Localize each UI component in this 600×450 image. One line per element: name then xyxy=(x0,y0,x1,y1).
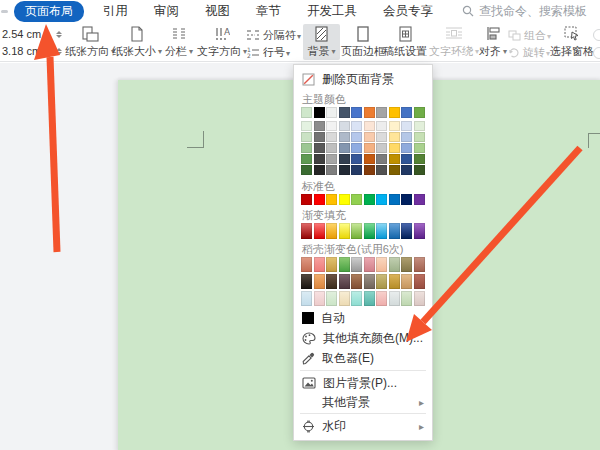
color-swatch[interactable] xyxy=(389,165,400,175)
color-swatch[interactable] xyxy=(414,107,425,118)
color-swatch[interactable] xyxy=(364,274,375,289)
color-swatch[interactable] xyxy=(389,194,400,205)
color-swatch[interactable] xyxy=(401,274,412,289)
color-swatch[interactable] xyxy=(326,223,337,239)
tab-section[interactable]: 章节 xyxy=(243,1,294,22)
color-swatch[interactable] xyxy=(376,121,387,131)
color-swatch[interactable] xyxy=(339,132,350,142)
menu-item-delete-background[interactable]: 删除页面背景 xyxy=(294,69,432,90)
color-swatch[interactable] xyxy=(314,223,325,239)
color-swatch[interactable] xyxy=(326,291,337,306)
color-swatch[interactable] xyxy=(339,165,350,175)
paper-orientation-button[interactable]: 纸张方向 xyxy=(66,24,114,60)
color-swatch[interactable] xyxy=(364,165,375,175)
selection-pane-button[interactable]: 选择窗格 xyxy=(550,24,594,60)
paper-size-button[interactable]: 纸张大小 xyxy=(114,24,160,60)
color-swatch[interactable] xyxy=(401,143,412,153)
color-swatch[interactable] xyxy=(414,143,425,153)
color-swatch[interactable] xyxy=(339,274,350,289)
color-swatch[interactable] xyxy=(351,165,362,175)
margin-field-bottom[interactable]: 3.18 cm xyxy=(0,43,63,59)
color-swatch[interactable] xyxy=(339,194,350,205)
color-swatch[interactable] xyxy=(351,274,362,289)
menu-item-auto[interactable]: 自动 xyxy=(294,308,432,328)
color-swatch[interactable] xyxy=(339,143,350,153)
color-swatch[interactable] xyxy=(414,223,425,239)
color-swatch[interactable] xyxy=(389,274,400,289)
menu-item-more-fill-colors[interactable]: 其他填充颜色(M)... xyxy=(294,328,432,348)
color-swatch[interactable] xyxy=(376,154,387,164)
color-swatch[interactable] xyxy=(389,132,400,142)
color-swatch[interactable] xyxy=(376,274,387,289)
color-swatch[interactable] xyxy=(414,257,425,272)
color-swatch[interactable] xyxy=(301,121,312,131)
color-swatch[interactable] xyxy=(364,291,375,306)
color-swatch[interactable] xyxy=(314,274,325,289)
color-swatch[interactable] xyxy=(389,291,400,306)
color-swatch[interactable] xyxy=(401,257,412,272)
align-button[interactable]: 对齐 xyxy=(478,24,508,60)
color-swatch[interactable] xyxy=(351,223,362,239)
color-swatch[interactable] xyxy=(376,194,387,205)
page-border-button[interactable]: 页面边框 xyxy=(342,24,384,60)
color-swatch[interactable] xyxy=(301,143,312,153)
color-swatch[interactable] xyxy=(401,121,412,131)
menu-item-watermark[interactable]: 水印 xyxy=(294,416,432,436)
menu-item-color-picker[interactable]: 取色器(E) xyxy=(294,348,432,368)
color-swatch[interactable] xyxy=(301,274,312,289)
color-swatch[interactable] xyxy=(401,132,412,142)
color-swatch[interactable] xyxy=(414,291,425,306)
color-swatch[interactable] xyxy=(389,154,400,164)
edge-icon[interactable] xyxy=(593,47,600,59)
color-swatch[interactable] xyxy=(326,165,337,175)
color-swatch[interactable] xyxy=(401,107,412,118)
color-swatch[interactable] xyxy=(351,121,362,131)
color-swatch[interactable] xyxy=(376,223,387,239)
color-swatch[interactable] xyxy=(301,154,312,164)
color-swatch[interactable] xyxy=(364,107,375,118)
color-swatch[interactable] xyxy=(314,132,325,142)
tab-dev-tools[interactable]: 开发工具 xyxy=(294,1,370,22)
margin-field-top[interactable]: 2.54 cm xyxy=(0,26,63,42)
color-swatch[interactable] xyxy=(364,194,375,205)
color-swatch[interactable] xyxy=(414,132,425,142)
color-swatch[interactable] xyxy=(314,121,325,131)
color-swatch[interactable] xyxy=(364,132,375,142)
color-swatch[interactable] xyxy=(376,257,387,272)
color-swatch[interactable] xyxy=(389,143,400,153)
color-swatch[interactable] xyxy=(339,291,350,306)
color-swatch[interactable] xyxy=(301,194,312,205)
color-swatch[interactable] xyxy=(414,274,425,289)
edge-icon[interactable] xyxy=(593,29,600,41)
command-search[interactable]: 查找命令、搜索模板 xyxy=(462,3,587,20)
color-swatch[interactable] xyxy=(351,291,362,306)
color-swatch[interactable] xyxy=(376,291,387,306)
color-swatch[interactable] xyxy=(414,165,425,175)
color-swatch[interactable] xyxy=(326,132,337,142)
tab-review[interactable]: 审阅 xyxy=(141,1,192,22)
color-swatch[interactable] xyxy=(389,223,400,239)
color-swatch[interactable] xyxy=(389,121,400,131)
color-swatch[interactable] xyxy=(351,257,362,272)
color-swatch[interactable] xyxy=(339,257,350,272)
color-swatch[interactable] xyxy=(314,143,325,153)
breaks-button[interactable]: 分隔符 xyxy=(246,27,301,43)
color-swatch[interactable] xyxy=(314,194,325,205)
color-swatch[interactable] xyxy=(301,165,312,175)
tab-references[interactable]: 引用 xyxy=(90,1,141,22)
color-swatch[interactable] xyxy=(314,257,325,272)
color-swatch[interactable] xyxy=(339,107,350,118)
color-swatch[interactable] xyxy=(376,107,387,118)
color-swatch[interactable] xyxy=(364,257,375,272)
color-swatch[interactable] xyxy=(339,121,350,131)
color-swatch[interactable] xyxy=(326,274,337,289)
color-swatch[interactable] xyxy=(326,257,337,272)
tab-page-layout[interactable]: 页面布局 xyxy=(14,1,84,22)
color-swatch[interactable] xyxy=(376,132,387,142)
color-swatch[interactable] xyxy=(376,143,387,153)
stepper-icon[interactable] xyxy=(54,48,63,55)
text-direction-button[interactable]: A 文字方向 xyxy=(198,24,246,60)
color-swatch[interactable] xyxy=(401,291,412,306)
menu-item-picture-background[interactable]: 图片背景(P)... xyxy=(294,373,432,393)
color-swatch[interactable] xyxy=(301,223,312,239)
